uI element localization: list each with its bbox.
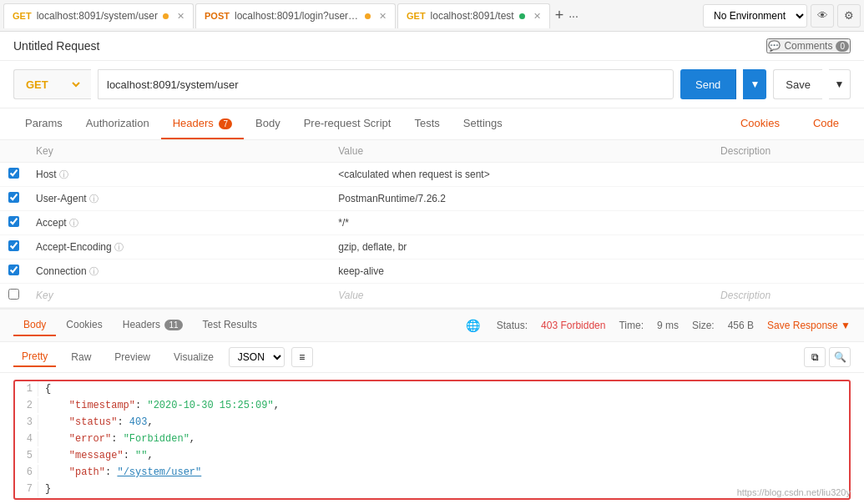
header-col-check [0, 140, 28, 163]
tab-bar-actions: No Environment 👁 ⚙ [703, 4, 861, 28]
format-visualize-button[interactable]: Visualize [165, 348, 222, 366]
table-row: User-Agent ⓘ PostmanRuntime/7.26.2 [0, 187, 864, 211]
wrap-lines-button[interactable]: ≡ [291, 347, 313, 367]
code-line-2: 2 "timestamp": "2020-10-30 15:25:09", [15, 398, 849, 415]
code-line-3: 3 "status": 403, [15, 415, 849, 431]
tab-url-1: localhost:8091/system/user [37, 10, 158, 22]
tab-code[interactable]: Code [801, 108, 851, 139]
header-col-value: Value [330, 140, 712, 163]
res-tab-test-results[interactable]: Test Results [193, 315, 267, 336]
status-label: Status: [497, 320, 528, 331]
save-dropdown-button[interactable]: ▼ [829, 69, 851, 99]
tab-dot-3 [519, 13, 525, 19]
tab-bar: GET localhost:8091/system/user ✕ POST lo… [0, 0, 864, 32]
method-label-2: POST [205, 11, 230, 21]
header-col-key: Key [28, 140, 330, 163]
tab-url-2: localhost:8091/login?userna... [235, 10, 360, 22]
status-info: 🌐 Status: 403 Forbidden Time: 9 ms Size:… [466, 319, 851, 332]
code-line-4: 4 "error": "Forbidden", [15, 431, 849, 448]
method-selector[interactable]: GET POST PUT DELETE [13, 69, 91, 99]
table-row: Connection ⓘ keep-alive [0, 260, 864, 284]
tab-headers[interactable]: Headers 7 [161, 108, 244, 139]
res-tab-body[interactable]: Body [13, 315, 56, 336]
globe-icon: 🌐 [466, 319, 480, 332]
code-line-5: 5 "message": "", [15, 448, 849, 465]
table-row: Accept ⓘ */* [0, 211, 864, 235]
comments-count: 0 [836, 41, 849, 52]
time-label: Time: [619, 320, 644, 331]
size-value: 456 B [728, 320, 754, 331]
tab-params[interactable]: Params [13, 108, 74, 139]
res-tab-cookies[interactable]: Cookies [56, 315, 112, 336]
code-line-6: 6 "path": "/system/user" [15, 465, 849, 481]
table-row: Accept-Encoding ⓘ gzip, deflate, br [0, 235, 864, 260]
response-bar: Body Cookies Headers 11 Test Results 🌐 S… [0, 308, 864, 342]
format-raw-button[interactable]: Raw [63, 348, 99, 366]
request-title: Untitled Request [13, 39, 766, 53]
tab-dot-2 [365, 13, 371, 19]
tab-authorization[interactable]: Authorization [74, 108, 161, 139]
tab-close-2[interactable]: ✕ [379, 11, 387, 22]
code-line-1: 1 { [15, 381, 849, 398]
copy-response-button[interactable]: ⧉ [804, 347, 826, 367]
method-dropdown[interactable]: GET POST PUT DELETE [23, 78, 83, 92]
save-response-button[interactable]: Save Response ▼ [767, 320, 851, 331]
header-check-1[interactable] [8, 168, 19, 179]
tab-close-1[interactable]: ✕ [177, 11, 184, 22]
response-tabs: Body Cookies Headers 11 Test Results [13, 315, 267, 336]
send-button[interactable]: Send [680, 69, 736, 99]
send-dropdown-button[interactable]: ▼ [743, 69, 766, 99]
settings-icon-button[interactable]: ⚙ [837, 4, 861, 28]
size-label: Size: [692, 320, 715, 331]
watermark: https://blog.csdn.net/liu320y [737, 487, 851, 497]
method-label-3: GET [407, 11, 426, 21]
res-tab-headers[interactable]: Headers 11 [113, 315, 193, 336]
response-body-toolbar: Pretty Raw Preview Visualize JSON XML HT… [0, 342, 864, 373]
more-tabs-button[interactable]: ··· [568, 9, 579, 23]
headers-table: Key Value Description Host ⓘ <calculated… [0, 140, 864, 308]
save-button[interactable]: Save [773, 69, 822, 99]
nav-tabs-right: Cookies Code [729, 108, 851, 139]
header-check-3[interactable] [8, 216, 19, 227]
table-row: Host ⓘ <calculated when request is sent> [0, 163, 864, 187]
header-col-desc: Description [712, 140, 864, 163]
tab-url-3: localhost:8091/test [431, 10, 514, 22]
add-tab-button[interactable]: + [552, 7, 568, 24]
header-check-2[interactable] [8, 192, 19, 203]
header-check-empty[interactable] [8, 289, 19, 300]
comments-label: Comments [784, 40, 832, 52]
time-value: 9 ms [657, 320, 679, 331]
tab-pre-request-script[interactable]: Pre-request Script [292, 108, 403, 139]
comments-button[interactable]: 💬 Comments 0 [766, 38, 851, 53]
headers-table-area: Key Value Description Host ⓘ <calculated… [0, 140, 864, 308]
headers-badge: 11 [164, 320, 182, 330]
nav-tabs: Params Authorization Headers 7 Body Pre-… [0, 108, 864, 140]
url-input-wrapper [98, 69, 674, 99]
format-type-select[interactable]: JSON XML HTML Text [229, 347, 285, 367]
header-check-4[interactable] [8, 240, 19, 251]
environment-select[interactable]: No Environment [703, 4, 807, 28]
method-label-1: GET [13, 11, 32, 21]
eye-icon-button[interactable]: 👁 [811, 4, 834, 28]
header-check-5[interactable] [8, 265, 19, 275]
request-tab-1[interactable]: GET localhost:8091/system/user ✕ [3, 3, 194, 28]
comment-icon: 💬 [768, 40, 781, 52]
search-response-button[interactable]: 🔍 [829, 347, 851, 367]
code-line-7: 7 } [15, 481, 849, 498]
tab-settings[interactable]: Settings [452, 108, 514, 139]
tab-close-3[interactable]: ✕ [533, 11, 541, 22]
status-code: 403 Forbidden [541, 320, 605, 331]
format-pretty-button[interactable]: Pretty [13, 347, 56, 367]
tab-dot-1 [163, 13, 169, 19]
request-title-bar: Untitled Request 💬 Comments 0 [0, 32, 864, 61]
url-input[interactable] [99, 78, 673, 91]
format-preview-button[interactable]: Preview [106, 348, 159, 366]
request-tab-3[interactable]: GET localhost:8091/test ✕ [397, 3, 550, 28]
tab-cookies[interactable]: Cookies [729, 108, 791, 139]
tab-body[interactable]: Body [244, 108, 292, 139]
url-bar: GET POST PUT DELETE Send ▼ Save ▼ [0, 61, 864, 108]
request-tab-2[interactable]: POST localhost:8091/login?userna... ✕ [195, 3, 396, 28]
table-row-empty: Key Value Description [0, 284, 864, 308]
code-area: 1 { 2 "timestamp": "2020-10-30 15:25:09"… [13, 380, 851, 500]
tab-tests[interactable]: Tests [402, 108, 451, 139]
